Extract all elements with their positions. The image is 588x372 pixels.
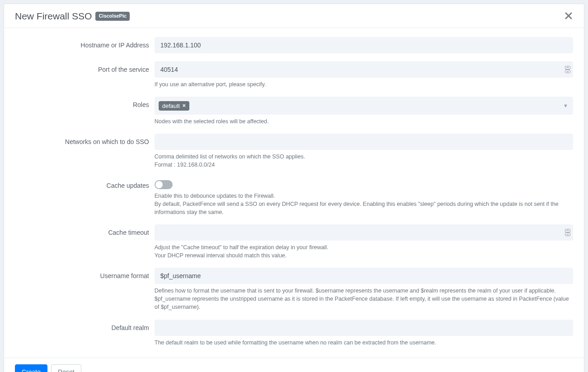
port-help: If you use an alternative port, please s… [155,80,573,88]
role-tag-default: default × [159,101,189,111]
svg-rect-3 [565,232,570,236]
username-format-help: Defines how to format the username that … [155,287,573,311]
default-realm-input[interactable] [155,320,573,336]
hostname-label: Hostname or IP Address [15,37,155,49]
card-footer: Create Reset [4,358,584,372]
default-realm-label: Default realm [15,320,155,331]
number-stepper-icon[interactable] [565,229,570,236]
username-format-input[interactable] [155,268,573,284]
cache-updates-toggle[interactable] [155,180,173,189]
cache-updates-label: Cache updates [15,177,155,189]
roles-label: Roles [15,97,155,108]
reset-button[interactable]: Reset [51,364,81,372]
card-body: Hostname or IP Address Port of the servi… [4,28,584,358]
networks-label: Networks on which to do SSO [15,134,155,145]
role-tag-label: default [162,102,180,109]
cache-timeout-input[interactable] [155,224,573,241]
roles-select[interactable]: default × ▼ [155,97,573,115]
port-label: Port of the service [15,61,155,73]
cache-timeout-label: Cache timeout [15,224,155,236]
hostname-input[interactable] [155,37,573,53]
caret-down-icon[interactable]: ▼ [563,103,568,108]
role-tag-remove-icon[interactable]: × [183,103,186,108]
svg-rect-2 [565,229,570,232]
networks-help: Comma delimited list of networks on whic… [155,153,573,169]
number-stepper-icon[interactable] [565,66,570,73]
svg-rect-0 [565,66,570,70]
cache-timeout-help: Adjust the "Cache timeout" to half the e… [155,243,573,260]
networks-input[interactable] [155,134,573,150]
svg-rect-1 [565,70,570,73]
firewall-sso-card: New Firewall SSO CiscoIsePic Hostname or… [4,4,584,372]
default-realm-help: The default realm to be used while forma… [155,339,573,347]
port-input[interactable] [155,61,573,78]
close-icon[interactable] [563,10,574,22]
create-button[interactable]: Create [15,364,47,372]
card-header: New Firewall SSO CiscoIsePic [4,4,584,28]
roles-help: Nodes with the selected roles will be af… [155,117,573,126]
page-title: New Firewall SSO [15,11,92,22]
type-badge: CiscoIsePic [95,12,130,20]
username-format-label: Username format [15,268,155,279]
cache-updates-help: Enable this to debounce updates to the F… [155,192,573,216]
